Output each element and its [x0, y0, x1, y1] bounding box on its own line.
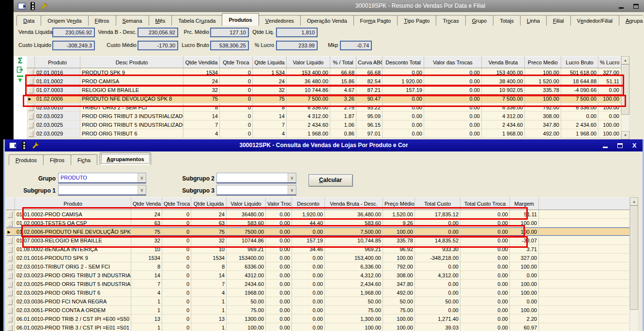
cell[interactable]: 0.00 — [266, 210, 292, 219]
vertical-scrollbar[interactable]: ▲ ▼ — [621, 56, 629, 139]
cell[interactable]: 0.00 — [460, 323, 510, 331]
cell[interactable]: 13 — [191, 315, 227, 323]
cell[interactable]: 75 — [253, 94, 287, 103]
cell[interactable]: 01.02.0006-PRODUTO NFE DEVOLUÇÃO SPK 8 — [15, 227, 131, 236]
cell[interactable]: 0.00 — [424, 112, 482, 120]
cell[interactable]: 0.00 — [266, 236, 292, 245]
calcular-button[interactable]: Calcular — [308, 174, 353, 186]
cell[interactable]: 36480.00 — [227, 210, 266, 219]
cell[interactable]: 02.01.0016 — [35, 68, 80, 77]
cell[interactable]: 153 400.00 — [482, 68, 525, 77]
table-row[interactable]: 02.01.0016PRODUTO SPK 9153401 534153 400… — [27, 68, 621, 77]
minimize-button[interactable] — [617, 2, 626, 10]
wrench-icon[interactable] — [40, 2, 48, 10]
cell[interactable]: 100.00 — [598, 120, 621, 129]
cell[interactable]: 100.00 — [525, 94, 561, 103]
cell[interactable]: 1534 — [131, 254, 162, 262]
column-header-qtde-liquida[interactable]: Qtde Liquida — [253, 57, 287, 68]
cell[interactable]: 157.19 — [383, 86, 424, 94]
cell[interactable]: PRODUTO SPK 9 — [80, 68, 184, 77]
traffic-light-icon[interactable] — [31, 2, 35, 10]
cell[interactable]: 100.00 — [510, 262, 539, 271]
cell[interactable]: 583.60 — [227, 219, 266, 227]
cell[interactable]: 14 — [191, 271, 227, 280]
tab-semana[interactable]: Semana — [116, 15, 149, 26]
cell[interactable]: PROD ORIG TRIBUT 3 INDUSTRIALIZADO S — [80, 112, 184, 120]
vertical-scrollbar[interactable]: ▲ — [629, 197, 638, 331]
cell[interactable]: 6 336.00 — [561, 103, 598, 112]
cell[interactable]: 0.86 — [330, 129, 356, 138]
cell[interactable]: 0.00 — [266, 297, 292, 306]
cell[interactable]: 0 — [162, 219, 191, 227]
column-header-desc-produto[interactable]: Desc Produto — [80, 57, 184, 68]
cell[interactable]: 0.00 — [266, 219, 292, 227]
tab-vendedores[interactable]: Vendedores — [259, 15, 301, 26]
tab-origem-venda[interactable]: Origem Venda — [41, 15, 88, 26]
cell[interactable]: 06.01.0020-PROD TRIB 3 / CST IPI =E01 =S… — [15, 323, 131, 331]
tab-filial[interactable]: Filial — [546, 15, 571, 26]
cell[interactable]: 4 — [253, 129, 287, 138]
cell[interactable]: 1 — [131, 323, 162, 331]
cell[interactable]: 308.00 — [525, 112, 561, 120]
cell[interactable]: 75 — [184, 94, 220, 103]
cell[interactable]: 4 — [131, 288, 162, 297]
tab-ficha[interactable]: Ficha — [71, 154, 97, 165]
cell[interactable]: 0.00 — [266, 280, 292, 288]
cell[interactable]: 583.60 — [325, 219, 383, 227]
cell[interactable]: 0 — [220, 86, 253, 94]
cell[interactable]: 2.75 — [330, 103, 356, 112]
cell[interactable]: 100.00 — [383, 254, 415, 262]
cell[interactable]: 157.19 — [292, 236, 325, 245]
cell[interactable]: 0.00 — [292, 227, 325, 236]
cell[interactable]: 1.87 — [330, 112, 356, 120]
cell[interactable]: 0.00 — [561, 112, 598, 120]
cell[interactable]: 0.00 — [424, 103, 482, 112]
cell[interactable]: 95.09 — [356, 112, 383, 120]
cell[interactable]: 1 968.00 — [561, 129, 598, 138]
column-header-margem[interactable]: Margem — [510, 198, 539, 210]
column-header-qtde-liquida[interactable]: Qtde Liquida — [191, 198, 227, 210]
cell[interactable]: 34.46 — [292, 245, 325, 254]
export-grid-icon[interactable] — [14, 65, 27, 75]
cell[interactable]: 0 — [162, 245, 191, 254]
cell[interactable]: 153400.00 — [227, 254, 266, 262]
cell[interactable]: 10 902.05 — [482, 86, 525, 94]
cell[interactable]: 7 — [184, 120, 220, 129]
tab-totais[interactable]: Totais — [493, 15, 521, 26]
table-row[interactable]: 01.02.0003-TESTES QA CSP63063583.600.004… — [6, 219, 635, 227]
cell[interactable]: 7,500.00 — [325, 227, 383, 236]
cell[interactable]: 0.00 — [415, 219, 460, 227]
chevron-down-icon[interactable]: ∨ — [288, 185, 296, 195]
cell[interactable]: 7 500.00 — [482, 94, 525, 103]
cell[interactable]: 14,835.52 — [415, 236, 460, 245]
cell[interactable]: 335.78 — [383, 236, 415, 245]
cell[interactable]: 0.00 — [266, 245, 292, 254]
tab-vendedor-filial[interactable]: Vendedor/Filial — [570, 15, 619, 26]
cell[interactable]: 0.00 — [460, 219, 510, 227]
tab-data[interactable]: Data — [16, 15, 41, 26]
cell[interactable]: 4 312.00 — [482, 112, 525, 120]
cell[interactable]: 2.20 — [510, 315, 539, 323]
cell[interactable]: 8 — [131, 262, 162, 271]
cell[interactable]: 14 — [253, 112, 287, 120]
cell[interactable]: 0 — [220, 120, 253, 129]
cell[interactable]: 2,434.60 — [325, 280, 383, 288]
table-row[interactable]: 02.03.0025-PROD ORIG TRIBUT 5 INDUSTRIAL… — [6, 280, 635, 288]
chevron-down-icon[interactable]: ∨ — [288, 173, 296, 182]
cell[interactable]: 9.26 — [383, 219, 415, 227]
cell[interactable]: 96.15 — [356, 120, 383, 129]
tab-tipo-pagto[interactable]: Tipo Pagto — [397, 15, 436, 26]
cell[interactable]: 0.00 — [460, 280, 510, 288]
cell[interactable]: 347.80 — [525, 120, 561, 129]
cell[interactable]: 1968.00 — [227, 288, 266, 297]
cell[interactable]: 0.00 — [424, 129, 482, 138]
table-row[interactable]: ▶01.02.0006-PRODUTO NFE DEVOLUÇÃO SPK 87… — [6, 227, 635, 236]
cell[interactable]: 0.00 — [266, 288, 292, 297]
cell[interactable]: 6,336.00 — [325, 262, 383, 271]
cell[interactable]: 0.00 — [510, 271, 539, 280]
cell[interactable]: 347.80 — [383, 280, 415, 288]
cell[interactable]: 0.00 — [292, 306, 325, 315]
tab-grupo[interactable]: Grupo — [465, 15, 494, 26]
cell[interactable]: 100.00 — [510, 219, 539, 227]
cell[interactable]: 0.00 — [292, 271, 325, 280]
